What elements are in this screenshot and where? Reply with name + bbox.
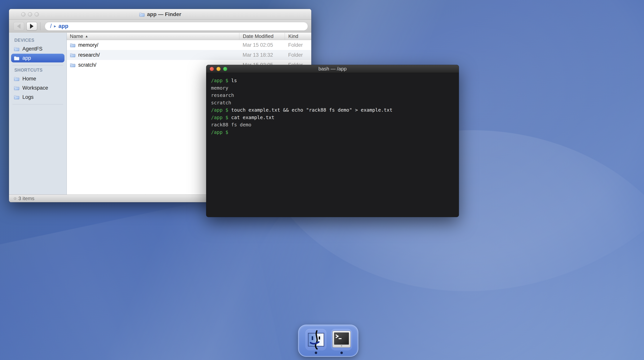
column-header-kind[interactable]: Kind [285, 33, 311, 40]
file-date: Mar 15 02:05 [239, 42, 285, 48]
file-name-cell: memory/ [67, 42, 239, 48]
file-name-cell: research/ [67, 52, 239, 58]
terminal-prompt: /app $ [211, 129, 228, 135]
terminal-title: bash — /app [318, 66, 346, 72]
sidebar-item-label: AgentFS [22, 46, 42, 52]
terminal-line: /app $touch example.txt && echo "rack88 … [211, 107, 454, 114]
path-root[interactable]: / [50, 23, 52, 29]
sidebar-item-home[interactable]: Home [11, 74, 64, 83]
path-separator-icon: ▸ [54, 24, 56, 29]
back-arrow-icon [17, 24, 20, 29]
sidebar-item-logs[interactable]: Logs [11, 93, 64, 102]
sidebar-item-label: app [22, 55, 31, 61]
terminal-line: /app $cat example.txt [211, 114, 454, 121]
file-name: memory/ [78, 42, 98, 48]
terminal-titlebar[interactable]: bash — /app [206, 65, 459, 73]
table-row[interactable]: memory/Mar 15 02:05Folder [67, 40, 311, 50]
sidebar-item-label: Home [22, 76, 36, 82]
folder-icon [70, 43, 76, 47]
finder-toolbar: / ▸ app [9, 20, 311, 33]
file-name: research/ [78, 52, 100, 58]
file-kind: Folder [285, 42, 311, 48]
sidebar-item-app[interactable]: app [11, 54, 64, 63]
minimize-button[interactable] [216, 67, 220, 71]
terminal-window[interactable]: bash — /app /app $lsmemoryresearchscratc… [206, 65, 459, 217]
terminal-command: cat example.txt [231, 115, 274, 120]
folder-icon [70, 63, 76, 67]
terminal-command: ls [231, 78, 237, 83]
table-row[interactable]: research/Mar 13 18:32Folder [67, 50, 311, 60]
sidebar-section-label: DEVICES [14, 38, 66, 43]
folder-icon [14, 47, 20, 51]
running-indicator-terminal [340, 351, 343, 354]
terminal-output: rack88 fs demo [211, 122, 252, 128]
status-dot-icon [14, 197, 16, 200]
sidebar-divider [12, 65, 63, 65]
sidebar-item-label: Logs [22, 94, 34, 100]
forward-button[interactable] [26, 22, 37, 31]
terminal-icon [331, 329, 352, 350]
zoom-button[interactable] [223, 67, 227, 71]
terminal-line: research [211, 92, 454, 99]
file-kind: Folder [285, 52, 311, 58]
finder-icon [305, 329, 326, 350]
close-button[interactable] [21, 12, 26, 17]
terminal-line: memory [211, 85, 454, 92]
folder-icon [14, 76, 20, 81]
sidebar-section-label: SHORTCUTS [14, 68, 66, 73]
terminal-line: /app $ [211, 129, 454, 136]
terminal-content[interactable]: /app $lsmemoryresearchscratch/app $touch… [206, 73, 459, 140]
file-date: Mar 13 18:32 [239, 52, 285, 58]
sidebar-item-label: Workspace [22, 85, 48, 91]
item-count: 3 items [18, 195, 34, 201]
column-header-date[interactable]: Date Modified [239, 33, 285, 40]
folder-icon [14, 95, 20, 99]
dock [298, 324, 358, 357]
running-indicator-finder [315, 351, 317, 354]
terminal-prompt: /app $ [211, 107, 228, 113]
terminal-prompt: /app $ [211, 78, 228, 83]
folder-icon [14, 56, 20, 60]
terminal-command: touch example.txt && echo "rack88 fs dem… [231, 107, 392, 113]
desktop: app — Finder / ▸ app DEVICESAgentFSappSH… [0, 0, 644, 360]
window-title-text: app — Finder [147, 11, 182, 18]
folder-icon [139, 12, 145, 17]
terminal-output: scratch [211, 100, 231, 106]
window-title: app — Finder [139, 11, 182, 18]
folder-icon [70, 53, 76, 57]
terminal-line: rack88 fs demo [211, 121, 454, 129]
sidebar-divider [12, 104, 63, 104]
terminal-line: /app $ls [211, 77, 454, 85]
minimize-button[interactable] [28, 12, 32, 17]
dock-item-terminal[interactable] [331, 329, 352, 350]
path-current[interactable]: app [58, 23, 68, 29]
finder-sidebar: DEVICESAgentFSappSHORTCUTSHomeWorkspaceL… [9, 33, 67, 195]
sort-arrow-icon: ▲ [85, 35, 88, 38]
finder-titlebar[interactable]: app — Finder [9, 9, 311, 20]
sidebar-item-agentfs[interactable]: AgentFS [11, 45, 64, 53]
forward-arrow-icon [30, 24, 34, 29]
zoom-button[interactable] [35, 12, 39, 17]
terminal-line: scratch [211, 99, 454, 107]
wallpaper-swoosh [0, 192, 282, 360]
folder-icon [14, 86, 20, 90]
back-button[interactable] [14, 22, 24, 31]
terminal-output: memory [211, 85, 228, 91]
dock-item-finder[interactable] [305, 329, 326, 350]
terminal-prompt: /app $ [211, 115, 228, 120]
path-bar[interactable]: / ▸ app [44, 22, 308, 31]
close-button[interactable] [210, 67, 214, 71]
file-name: scratch/ [78, 62, 96, 68]
terminal-output: research [211, 93, 234, 98]
sidebar-item-workspace[interactable]: Workspace [11, 84, 64, 92]
column-header-name[interactable]: Name ▲ [67, 33, 239, 40]
list-header: Name ▲ Date Modified Kind [67, 33, 311, 40]
